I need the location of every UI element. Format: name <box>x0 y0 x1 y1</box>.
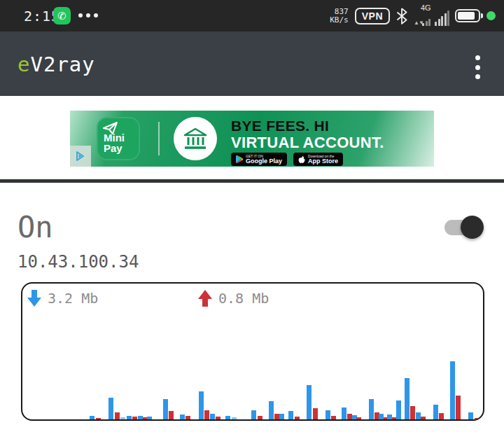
traffic-bar <box>210 414 215 419</box>
traffic-bar <box>456 396 461 419</box>
traffic-bar <box>288 411 293 419</box>
traffic-bar <box>186 416 190 419</box>
traffic-bar <box>416 412 421 419</box>
network-speed: 837 KB/s <box>330 8 349 25</box>
app-title-accent: e <box>18 53 30 76</box>
traffic-bar <box>279 414 284 419</box>
traffic-bar <box>468 412 473 419</box>
ad-headline-2: VIRTUAL ACCOUNT. <box>231 134 384 152</box>
kebab-menu-icon[interactable] <box>469 55 486 79</box>
traffic-bar <box>396 400 401 419</box>
traffic-bar <box>356 417 361 419</box>
battery-icon <box>455 9 480 22</box>
traffic-bar <box>225 416 230 419</box>
traffic-bar <box>433 405 438 419</box>
section-divider <box>0 179 504 183</box>
traffic-bar <box>405 378 410 419</box>
app-bar: eV2ray <box>0 32 504 96</box>
traffic-bar <box>439 413 444 419</box>
traffic-bar <box>169 411 174 419</box>
traffic-bar <box>216 417 220 419</box>
traffic-bar <box>120 417 125 419</box>
traffic-bar <box>90 416 94 419</box>
traffic-bar <box>204 410 209 419</box>
ad-headline-1: BYE FEES. HI <box>231 118 329 134</box>
traffic-bar <box>379 414 384 419</box>
traffic-chart: 3.2 Mb 0.8 Mb <box>21 282 484 421</box>
minipay-brand-line1: Mini <box>104 132 125 143</box>
traffic-bar <box>410 406 415 419</box>
traffic-bar <box>232 417 237 419</box>
traffic-bar <box>313 408 318 419</box>
apple-icon <box>298 155 305 164</box>
banner-divider <box>158 122 160 155</box>
traffic-bar <box>331 416 336 419</box>
google-play-icon <box>236 155 243 163</box>
traffic-bar <box>347 414 352 419</box>
minipay-logo: Mini Pay <box>97 117 140 160</box>
bank-icon <box>183 127 207 150</box>
app-title: eV2ray <box>18 53 95 76</box>
traffic-bar <box>387 414 392 419</box>
camera-indicator-dot <box>486 11 496 20</box>
bluetooth-icon <box>396 8 407 25</box>
traffic-bar <box>251 410 256 419</box>
traffic-bars <box>22 284 483 419</box>
minipay-brand-line2: Pay <box>104 143 125 153</box>
traffic-bar <box>180 414 185 419</box>
google-play-name: Google Play <box>246 158 282 165</box>
app-screen: 2:15 ✆ 837 KB/s VPN 4G ▲▼ <box>0 0 504 446</box>
traffic-bar <box>369 399 374 419</box>
connection-status-label: On <box>18 210 53 244</box>
app-store-name: App Store <box>308 158 338 165</box>
traffic-bar <box>295 417 300 419</box>
traffic-bar <box>326 410 330 419</box>
status-bar: 2:15 ✆ 837 KB/s VPN 4G ▲▼ <box>0 0 504 32</box>
traffic-bar <box>269 401 274 419</box>
traffic-bar <box>450 361 455 419</box>
traffic-bar <box>138 416 143 419</box>
traffic-bar <box>115 412 120 419</box>
traffic-bar <box>307 385 312 419</box>
traffic-bar <box>421 417 426 419</box>
traffic-bar <box>127 416 132 419</box>
vpn-badge: VPN <box>355 8 390 25</box>
traffic-bar <box>132 417 137 419</box>
toggle-thumb <box>461 216 484 239</box>
traffic-bar <box>274 414 279 419</box>
app-title-rest: V2ray <box>30 53 94 76</box>
traffic-bar <box>96 418 101 419</box>
google-play-badge[interactable]: GET IT ON Google Play <box>231 153 287 166</box>
traffic-bar <box>475 418 479 419</box>
traffic-bar <box>342 407 346 419</box>
app-store-badge[interactable]: Download on the App Store <box>293 153 343 166</box>
ad-banner[interactable]: Mini Pay BYE FEES. HI VIRTUAL ACCOUNT. <box>70 111 434 167</box>
virtual-account-circle <box>174 117 217 160</box>
connection-toggle[interactable] <box>441 214 484 242</box>
signal-bars-icon: 4G ▲▼ <box>414 6 449 27</box>
signal-sim1-icon <box>422 19 430 26</box>
overflow-dots-icon <box>78 13 98 18</box>
traffic-bar <box>147 417 152 419</box>
signal-sim2-icon <box>435 11 449 26</box>
traffic-bar <box>108 398 113 419</box>
network-type-label: 4G <box>421 4 431 12</box>
traffic-bar <box>199 391 204 419</box>
traffic-bar <box>163 399 168 419</box>
ip-address-label: 10.43.100.34 <box>18 252 139 272</box>
whatsapp-icon: ✆ <box>53 7 71 25</box>
traffic-bar <box>258 416 262 419</box>
adchoices-icon[interactable] <box>70 146 91 167</box>
